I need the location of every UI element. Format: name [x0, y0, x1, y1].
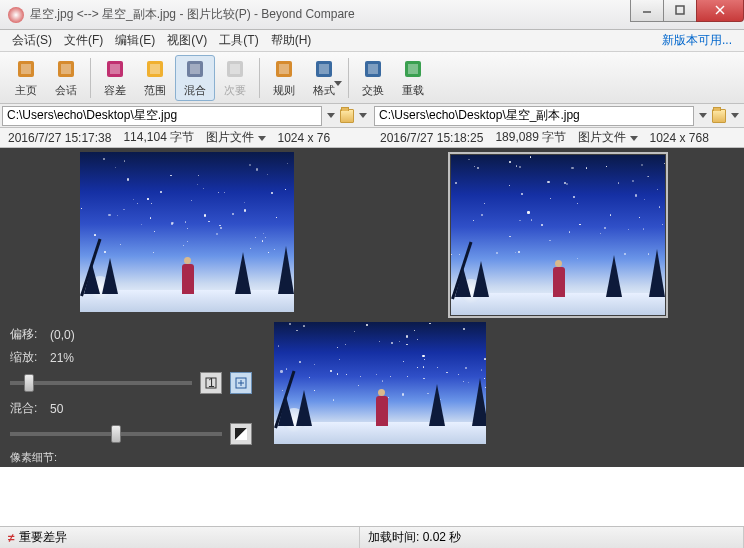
info-left-dim: 1024 x 76 [278, 131, 331, 145]
info-left-type[interactable]: 图片文件 [206, 130, 254, 144]
info-right: 2016/7/27 15:18:25 189,089 字节 图片文件 1024 … [372, 128, 744, 147]
status-load-cell: 加载时间: 0.02 秒 [360, 527, 744, 548]
close-button[interactable] [696, 0, 744, 22]
menubar: 会话(S)文件(F)编辑(E)视图(V)工具(T)帮助(H) 新版本可用... [0, 30, 744, 52]
home-icon [14, 57, 38, 81]
info-left: 2016/7/27 15:17:38 114,104 字节 图片文件 1024 … [0, 128, 372, 147]
toolbar-range-button[interactable]: 范围 [135, 55, 175, 101]
blended-preview-panel[interactable] [262, 318, 744, 448]
zoom-actual-icon[interactable]: 1 [200, 372, 222, 394]
menu-e[interactable]: 编辑(E) [109, 30, 161, 51]
info-right-dim: 1024 x 768 [650, 131, 709, 145]
toolbar-separator [348, 58, 349, 98]
zoom-label: 缩放: [10, 349, 42, 366]
zoom-fit-icon[interactable] [230, 372, 252, 394]
toolbar-label: 容差 [104, 83, 126, 98]
path-left-input[interactable] [2, 106, 322, 126]
tolerance-icon [103, 57, 127, 81]
toolbar-label: 范围 [144, 83, 166, 98]
chevron-down-icon [334, 81, 342, 86]
path-right-browse-icon[interactable] [712, 106, 726, 126]
zoom-value: 21% [50, 351, 74, 365]
menu-t[interactable]: 工具(T) [213, 30, 264, 51]
svg-rect-9 [110, 64, 120, 74]
path-left-more-icon[interactable] [356, 106, 370, 126]
toolbar-reload-button[interactable]: 重载 [393, 55, 433, 101]
window-buttons [631, 0, 744, 22]
svg-rect-19 [319, 64, 329, 74]
toolbar-minor-button: 次要 [215, 55, 255, 101]
path-left-browse-icon[interactable] [340, 106, 354, 126]
minimize-button[interactable] [630, 0, 664, 22]
toolbar-label: 会话 [55, 83, 77, 98]
format-icon [312, 57, 336, 81]
path-right-input[interactable] [374, 106, 694, 126]
toolbar-label: 混合 [184, 83, 206, 98]
path-left [0, 106, 372, 126]
path-left-history-icon[interactable] [324, 106, 338, 126]
offset-value: (0,0) [50, 328, 75, 342]
reload-icon [401, 57, 425, 81]
menu-s[interactable]: 会话(S) [6, 30, 58, 51]
status-load-text: 加载时间: 0.02 秒 [368, 529, 461, 546]
svg-rect-7 [61, 64, 71, 74]
minor-icon [223, 57, 247, 81]
image-right-panel[interactable] [375, 152, 740, 314]
status-diff-cell: ≠ 重要差异 [0, 527, 360, 548]
path-right [372, 106, 744, 126]
menu-h[interactable]: 帮助(H) [265, 30, 318, 51]
svg-rect-5 [21, 64, 31, 74]
path-right-history-icon[interactable] [696, 106, 710, 126]
controls-area: 偏移: (0,0) 缩放: 21% 1 混合: 50 [0, 318, 744, 448]
toolbar: 主页会话容差范围混合次要规则格式交换重载 [0, 52, 744, 104]
toolbar-label: 次要 [224, 83, 246, 98]
toolbar-separator [90, 58, 91, 98]
infobar: 2016/7/27 15:17:38 114,104 字节 图片文件 1024 … [0, 128, 744, 148]
pathbar [0, 104, 744, 128]
menu-f[interactable]: 文件(F) [58, 30, 109, 51]
svg-rect-23 [408, 64, 418, 74]
app-icon [8, 7, 24, 23]
titlebar: 星空.jpg <--> 星空_副本.jpg - 图片比较(P) - Beyond… [0, 0, 744, 30]
toolbar-label: 交换 [362, 83, 384, 98]
zoom-slider[interactable] [10, 381, 192, 385]
toolbar-tolerance-button[interactable]: 容差 [95, 55, 135, 101]
svg-rect-11 [150, 64, 160, 74]
maximize-button[interactable] [663, 0, 697, 22]
update-link[interactable]: 新版本可用... [656, 30, 738, 51]
toolbar-format-button[interactable]: 格式 [304, 55, 344, 101]
info-left-size: 114,104 字节 [123, 129, 194, 146]
svg-rect-17 [279, 64, 289, 74]
svg-rect-21 [368, 64, 378, 74]
swap-icon [361, 57, 385, 81]
not-equal-icon: ≠ [8, 531, 15, 545]
rules-icon [272, 57, 296, 81]
toolbar-label: 规则 [273, 83, 295, 98]
blend-slider[interactable] [10, 432, 222, 436]
toolbar-briefcase-button[interactable]: 会话 [46, 55, 86, 101]
briefcase-icon [54, 57, 78, 81]
blend-label: 混合: [10, 400, 42, 417]
toolbar-rules-button[interactable]: 规则 [264, 55, 304, 101]
image-left-panel[interactable] [4, 152, 369, 314]
menu-v[interactable]: 视图(V) [161, 30, 213, 51]
path-right-more-icon[interactable] [728, 106, 742, 126]
info-left-date: 2016/7/27 15:17:38 [8, 131, 111, 145]
status-diff-text: 重要差异 [19, 529, 67, 546]
toolbar-blend-button[interactable]: 混合 [175, 55, 215, 101]
toolbar-label: 重载 [402, 83, 424, 98]
svg-text:1: 1 [208, 376, 215, 390]
toolbar-swap-button[interactable]: 交换 [353, 55, 393, 101]
blend-toggle-icon[interactable] [230, 423, 252, 445]
offset-label: 偏移: [10, 326, 42, 343]
toolbar-separator [259, 58, 260, 98]
svg-rect-13 [190, 64, 200, 74]
info-right-size: 189,089 字节 [495, 129, 566, 146]
toolbar-home-button[interactable]: 主页 [6, 55, 46, 101]
info-right-date: 2016/7/27 15:18:25 [380, 131, 483, 145]
image-panels [0, 148, 744, 318]
range-icon [143, 57, 167, 81]
info-right-type[interactable]: 图片文件 [578, 130, 626, 144]
toolbar-label: 主页 [15, 83, 37, 98]
controls-left: 偏移: (0,0) 缩放: 21% 1 混合: 50 [0, 318, 262, 448]
